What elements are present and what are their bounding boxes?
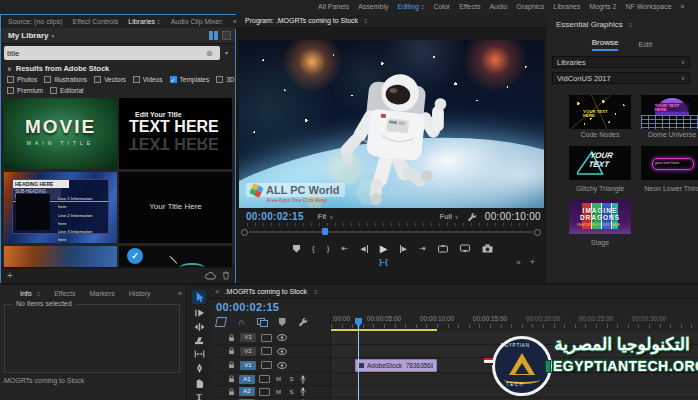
trash-icon[interactable] <box>222 271 230 280</box>
source-patch-icon[interactable] <box>261 347 272 355</box>
timeline-ruler[interactable]: :00:00 00:00:05:00 00:00:10:00 00:00:15:… <box>330 313 698 331</box>
timeline-clip-adobestock[interactable]: AdobeStock_78363568.mov <box>355 359 437 372</box>
tab-effect-controls[interactable]: Effect Controls <box>72 15 118 28</box>
tab-source-monitor[interactable]: Source: (no clips) <box>8 15 62 28</box>
mark-out-icon[interactable]: } <box>327 244 330 253</box>
type-tool-icon[interactable]: T <box>196 392 202 400</box>
track-visibility-eye-icon[interactable] <box>277 362 287 369</box>
checkbox-illustrations[interactable] <box>44 76 51 83</box>
checkbox-photos[interactable] <box>7 76 14 83</box>
workspace-tab-audio[interactable]: Audio <box>489 0 507 14</box>
mogrt-thumb-stage[interactable]: IMAGINE DRAGONS FEATURING YOUR NAME <box>569 200 631 234</box>
tab-effects[interactable]: Effects <box>54 287 75 300</box>
track-badge-a2[interactable]: A2 <box>239 387 255 396</box>
tab-browse[interactable]: Browse <box>592 38 619 51</box>
go-to-in-icon[interactable]: ⇤ <box>342 244 349 253</box>
libraries-panel-menu-icon[interactable]: ≡ <box>157 19 161 25</box>
solo-button[interactable]: S <box>287 376 296 382</box>
program-panel-menu-icon[interactable]: ≡ <box>364 18 368 24</box>
results-header[interactable]: ∨ Results from Adobe Stock <box>7 64 109 73</box>
program-current-timecode[interactable]: 00:00:02:15 <box>246 211 304 222</box>
info-panel-menu-icon[interactable]: ≡ <box>37 291 41 297</box>
selection-tool-icon[interactable] <box>192 290 206 304</box>
hand-tool-icon[interactable] <box>194 378 204 388</box>
step-back-icon[interactable]: ◀ <box>360 245 367 253</box>
stock-thumb-movie-title[interactable]: MOVIE MAIN TITLE <box>4 98 117 169</box>
play-button-icon[interactable]: ▶ <box>380 243 388 254</box>
voiceover-mic-icon[interactable] <box>300 387 306 396</box>
mark-in-icon[interactable]: { <box>312 244 315 253</box>
in-out-loop-icon[interactable]: }-{ <box>379 257 388 266</box>
timeline-settings-wrench-icon[interactable] <box>298 317 308 327</box>
tab-history[interactable]: History <box>129 287 151 300</box>
timeline-panel-menu-icon[interactable]: ≡ <box>314 289 318 295</box>
sync-cloud-icon[interactable] <box>205 272 217 280</box>
library-caret-icon[interactable]: ▾ <box>51 33 54 39</box>
mogrt-thumb-glitchy-triangle[interactable]: YOUR TEXT <box>569 146 631 180</box>
track-badge-v3[interactable]: V3 <box>240 333 256 342</box>
essential-graphics-menu-icon[interactable]: ≡ <box>629 22 633 28</box>
filter-illustrations[interactable]: Illustrations <box>44 76 87 83</box>
library-name[interactable]: My Library <box>8 31 48 40</box>
workspace-tab-editing[interactable]: Editing <box>397 0 418 14</box>
lock-icon[interactable] <box>228 361 235 369</box>
workspace-tab-graphics[interactable]: Graphics <box>516 0 544 14</box>
grid-view-icon[interactable] <box>209 31 218 40</box>
add-item-icon[interactable]: + <box>7 270 13 281</box>
stock-thumb-partial-right[interactable]: ✓ <box>119 246 232 267</box>
info-tabs-overflow-icon[interactable]: » <box>178 287 182 300</box>
mute-button[interactable]: M <box>274 376 283 382</box>
snap-icon[interactable] <box>215 317 227 327</box>
search-input[interactable] <box>4 47 206 59</box>
tab-info[interactable]: Info <box>20 287 32 300</box>
mogrt-thumb-dome-universe[interactable]: YOUR TEXT HERE <box>641 95 698 129</box>
workspace-tab-all-panels[interactable]: All Panels <box>318 0 349 14</box>
filter-premium[interactable]: Premium <box>7 87 43 94</box>
workspace-tab-color[interactable]: Color <box>433 0 450 14</box>
source-patch-icon[interactable] <box>261 361 272 369</box>
nest-indicator-icon[interactable] <box>257 318 267 326</box>
playback-resolution-select[interactable]: Full∨ <box>440 212 459 221</box>
stock-thumb-news-template[interactable]: HEADING HERE SUB-HEADING HERE -Line 1 In… <box>4 172 117 243</box>
stock-thumb-partial-left[interactable] <box>4 246 117 267</box>
eg-library-select[interactable]: VidConUS 2017 ∨ <box>552 72 690 84</box>
track-select-forward-tool-icon[interactable] <box>194 308 205 318</box>
mogrt-thumb-neon-lower-third[interactable]: your text here <box>641 146 698 180</box>
checkbox-vectors[interactable] <box>94 76 101 83</box>
list-view-icon[interactable] <box>222 31 231 40</box>
source-patch-icon[interactable] <box>259 388 270 396</box>
filter-3d[interactable]: 3D <box>216 76 234 83</box>
linked-selection-icon[interactable]: ∩ <box>238 318 245 326</box>
timeline-playhead-line[interactable] <box>358 325 359 400</box>
add-marker-icon[interactable] <box>293 245 300 253</box>
ripple-edit-tool-icon[interactable] <box>194 322 205 332</box>
workspace-tab-assembly[interactable]: Assembly <box>358 0 388 14</box>
checkbox-editorial[interactable] <box>50 87 57 94</box>
eg-source-select[interactable]: Libraries ∨ <box>552 56 690 68</box>
razor-tool-icon[interactable] <box>194 336 204 345</box>
solo-button[interactable]: S <box>287 389 296 395</box>
lock-icon[interactable] <box>228 347 235 355</box>
pen-tool-icon[interactable] <box>195 363 204 374</box>
mute-button[interactable]: M <box>274 389 283 395</box>
tab-timeline-sequence[interactable]: .MOGRTs coming to Stock <box>225 285 307 298</box>
filter-videos[interactable]: Videos <box>133 76 163 83</box>
track-visibility-eye-icon[interactable] <box>277 334 287 341</box>
filter-templates[interactable]: ✓Templates <box>170 76 210 83</box>
search-options-caret-icon[interactable]: ▾ <box>225 49 228 56</box>
track-badge-v2[interactable]: V2 <box>240 347 256 356</box>
lock-icon[interactable] <box>228 375 235 383</box>
track-badge-a1[interactable]: A1 <box>239 375 255 384</box>
extract-icon[interactable] <box>460 244 470 253</box>
tab-edit[interactable]: Edit <box>638 40 652 49</box>
stock-thumb-text-here[interactable]: Edit Your Title TEXT HERE TEXT HERE <box>119 98 232 169</box>
voiceover-mic-icon[interactable] <box>300 375 306 384</box>
filter-vectors[interactable]: Vectors <box>94 76 126 83</box>
mogrt-thumb-code-nodes[interactable]: YOUR TEXT HERE <box>569 95 631 129</box>
checkbox-premium[interactable] <box>7 87 14 94</box>
checkbox-templates-checked[interactable]: ✓ <box>170 76 177 83</box>
lock-icon[interactable] <box>228 334 235 342</box>
program-scrubber[interactable] <box>241 228 541 235</box>
workspace-menu-icon[interactable]: ≡ <box>421 4 425 10</box>
workspace-tab-nf-workspace[interactable]: NF Workspace <box>625 0 671 14</box>
